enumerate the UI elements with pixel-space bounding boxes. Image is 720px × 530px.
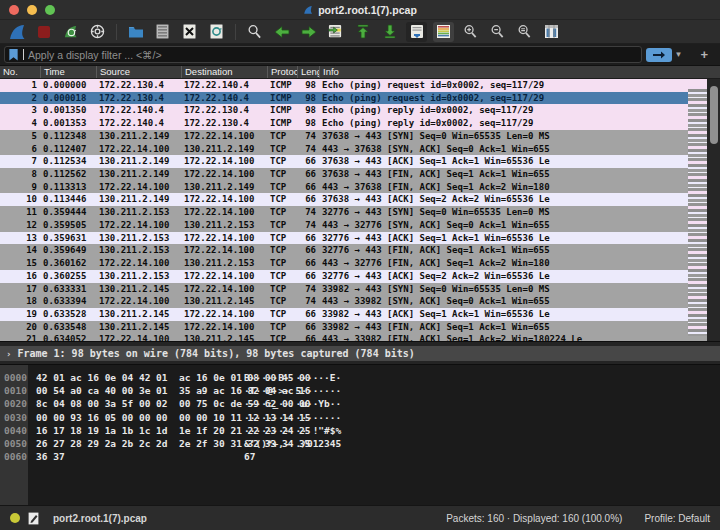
packet-row[interactable]: 40.001353172.22.140.4172.22.130.4ICMP98E… [0, 117, 720, 130]
filter-history-caret-icon[interactable]: ▼ [674, 50, 682, 59]
packet-row[interactable]: 120.359505172.22.14.100130.211.2.153TCP7… [0, 219, 720, 232]
packet-row[interactable]: 100.113446130.211.2.149172.22.14.100TCP6… [0, 193, 720, 206]
hex-line[interactable]: 005026 27 28 29 2a 2b 2c 2d 2e 2f 30 31 … [0, 437, 720, 450]
previous-packet-icon[interactable] [271, 22, 292, 42]
packet-cell-source: 172.22.140.4 [96, 117, 181, 130]
last-packet-icon[interactable] [379, 22, 400, 42]
packet-row[interactable]: 60.112407172.22.14.100130.211.2.149TCP74… [0, 143, 720, 156]
packet-row[interactable]: 190.633528130.211.2.145172.22.14.100TCP6… [0, 308, 720, 321]
packet-row[interactable]: 140.359649130.211.2.153172.22.14.100TCP6… [0, 244, 720, 257]
packet-cell-info: Echo (ping) request id=0x0002, seq=117/2… [319, 92, 720, 105]
next-packet-icon[interactable] [298, 22, 319, 42]
add-filter-button[interactable]: + [700, 47, 708, 62]
zoom-out-icon[interactable] [487, 22, 508, 42]
stop-capture-icon[interactable] [33, 22, 54, 42]
packet-row[interactable]: 10.000000172.22.130.4172.22.140.4ICMP98E… [0, 79, 720, 92]
find-packet-icon[interactable] [244, 22, 265, 42]
open-file-icon[interactable] [125, 22, 146, 42]
packet-row[interactable]: 210.634052172.22.14.100130.211.2.145TCP6… [0, 333, 720, 341]
wireshark-window: port2.root.1(7).pcap [0, 0, 720, 530]
packet-row[interactable]: 70.112534130.211.2.149172.22.14.100TCP66… [0, 155, 720, 168]
hex-line[interactable]: 001000 54 a0 ca 40 00 3e 01 35 a9 ac 16 … [0, 384, 720, 397]
reload-file-icon[interactable] [206, 22, 227, 42]
packet-row[interactable]: 20.000018172.22.130.4172.22.140.4ICMP98E… [0, 92, 720, 105]
maximize-window-button[interactable] [45, 5, 55, 15]
expand-chevron-icon[interactable]: › [6, 349, 11, 359]
packet-cell-info: 443 → 32776 [FIN, ACK] Seq=1 Ack=2 Win=1… [319, 257, 720, 270]
hex-line[interactable]: 004016 17 18 19 1a 1b 1c 1d 1e 1f 20 21 … [0, 424, 720, 437]
filter-bookmark-icon[interactable] [8, 49, 19, 61]
packet-row[interactable]: 50.112348130.211.2.149172.22.14.100TCP74… [0, 130, 720, 143]
column-header[interactable]: Source [96, 66, 181, 78]
frame-tree-item[interactable]: › Frame 1: 98 bytes on wire (784 bits), … [0, 346, 720, 361]
hex-line[interactable]: 003000 00 93 16 05 00 00 00 00 00 10 11 … [0, 411, 720, 424]
column-header[interactable]: Time [40, 66, 96, 78]
packet-row[interactable]: 90.113313172.22.14.100130.211.2.149TCP66… [0, 181, 720, 194]
packet-cell-time: 0.112534 [40, 155, 96, 168]
packet-row[interactable]: 200.633548130.211.2.145172.22.14.100TCP6… [0, 321, 720, 334]
zoom-in-icon[interactable] [460, 22, 481, 42]
packet-row[interactable]: 130.359631130.211.2.153172.22.14.100TCP6… [0, 232, 720, 245]
packet-list-scrollbar[interactable] [707, 79, 720, 341]
packet-list-minimap[interactable] [688, 79, 707, 336]
capture-options-icon[interactable] [87, 22, 108, 42]
goto-packet-icon[interactable] [325, 22, 346, 42]
hex-line[interactable]: 00208c 04 08 00 3a 5f 00 02 00 75 0c de … [0, 397, 720, 410]
apply-filter-button[interactable] [646, 48, 672, 62]
zoom-reset-icon[interactable] [514, 22, 535, 42]
packet-row[interactable]: 160.360255130.211.2.153172.22.14.100TCP6… [0, 270, 720, 283]
packet-cell-destination: 172.22.140.4 [181, 79, 267, 92]
column-header[interactable]: Info [319, 66, 720, 78]
packet-cell-protocol: ICMP [267, 92, 297, 105]
packet-cell-time: 0.000000 [40, 79, 96, 92]
packet-cell-time: 0.001353 [40, 117, 96, 130]
status-profile[interactable]: Profile: Default [644, 513, 710, 524]
status-filename[interactable]: port2.root.1(7).pcap [53, 513, 147, 524]
column-header[interactable]: Protocol [267, 66, 297, 78]
capture-comment-icon[interactable] [28, 512, 39, 525]
resize-columns-icon[interactable] [541, 22, 562, 42]
restart-capture-icon[interactable] [60, 22, 81, 42]
wireshark-fin-icon [303, 4, 313, 16]
minimize-window-button[interactable] [27, 5, 37, 15]
packet-row[interactable]: 150.360162172.22.14.100130.211.2.153TCP6… [0, 257, 720, 270]
hex-offset: 0060 [0, 450, 28, 463]
packet-cell-length: 66 [297, 257, 319, 270]
packet-row[interactable]: 80.112562130.211.2.149172.22.14.100TCP66… [0, 168, 720, 181]
hex-ascii: ·T··@·>· 5······· [236, 384, 341, 397]
colorize-icon[interactable] [433, 22, 454, 42]
save-file-icon[interactable] [152, 22, 173, 42]
packet-cell-source: 172.22.130.4 [96, 79, 181, 92]
packet-cell-time: 0.360255 [40, 270, 96, 283]
packet-row[interactable]: 180.633394172.22.14.100130.211.2.145TCP7… [0, 295, 720, 308]
packet-list-header[interactable]: No.TimeSourceDestinationProtocolLengthIn… [0, 66, 720, 79]
packet-cell-source: 130.211.2.153 [96, 206, 181, 219]
hex-lines[interactable]: 000042 01 ac 16 0e 04 42 01 ac 16 0e 01 … [0, 365, 720, 463]
packet-row[interactable]: 110.359444130.211.2.153172.22.14.100TCP7… [0, 206, 720, 219]
packet-cell-protocol: TCP [267, 308, 297, 321]
packet-row[interactable]: 30.001350172.22.140.4172.22.130.4ICMP98E… [0, 104, 720, 117]
column-header[interactable]: Destination [181, 66, 267, 78]
close-window-button[interactable] [9, 5, 19, 15]
column-header[interactable]: Length [297, 66, 319, 78]
scrollbar-thumb[interactable] [710, 86, 718, 144]
column-header[interactable]: No. [0, 66, 40, 78]
packet-cell-source: 172.22.14.100 [96, 257, 181, 270]
expert-info-icon[interactable] [10, 513, 20, 523]
packet-cell-length: 98 [297, 104, 319, 117]
close-file-icon[interactable] [179, 22, 200, 42]
packet-cell-destination: 172.22.14.100 [181, 155, 267, 168]
display-filter-input[interactable]: Apply a display filter ... <⌘/> [4, 46, 642, 63]
hex-ascii: 67 [236, 450, 255, 463]
hex-line[interactable]: 000042 01 ac 16 0e 04 42 01 ac 16 0e 01 … [0, 371, 720, 384]
packet-row[interactable]: 170.633331130.211.2.145172.22.14.100TCP7… [0, 283, 720, 296]
text-cursor [23, 49, 24, 60]
auto-scroll-icon[interactable] [406, 22, 427, 42]
packet-cell-no: 16 [0, 270, 40, 283]
first-packet-icon[interactable] [352, 22, 373, 42]
packet-cell-source: 172.22.14.100 [96, 333, 181, 341]
status-bar: port2.root.1(7).pcap Packets: 160 · Disp… [0, 505, 720, 530]
packet-cell-no: 3 [0, 104, 40, 117]
start-capture-icon[interactable] [6, 22, 27, 42]
hex-line[interactable]: 006036 3767 [0, 450, 720, 463]
